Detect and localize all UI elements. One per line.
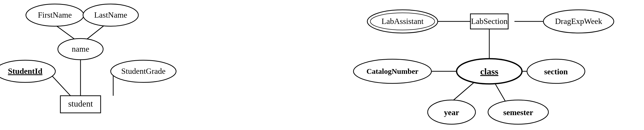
lastname-label: LastName: [94, 10, 127, 19]
svg-line-1: [86, 25, 105, 40]
catalognumber-label: CatalogNumber: [367, 67, 419, 75]
section-label: section: [544, 67, 568, 76]
er-diagram: student FirstName LastName name StudentI…: [0, 0, 644, 130]
studentgrade-label: StudentGrade: [121, 67, 166, 76]
year-label: year: [444, 108, 459, 117]
semester-label: semester: [503, 108, 533, 117]
name-label: name: [72, 44, 89, 53]
svg-line-10: [452, 80, 477, 102]
dragexpweek-label: DragExpWeek: [555, 17, 602, 26]
svg-line-0: [55, 25, 75, 40]
studentid-label: StudentId: [8, 67, 43, 76]
labsection-label: LabSection: [471, 17, 508, 26]
student-label: student: [68, 99, 93, 108]
labassistant-label: LabAssistant: [381, 17, 423, 26]
class-label: class: [480, 67, 498, 77]
firstname-label: FirstName: [38, 10, 72, 19]
